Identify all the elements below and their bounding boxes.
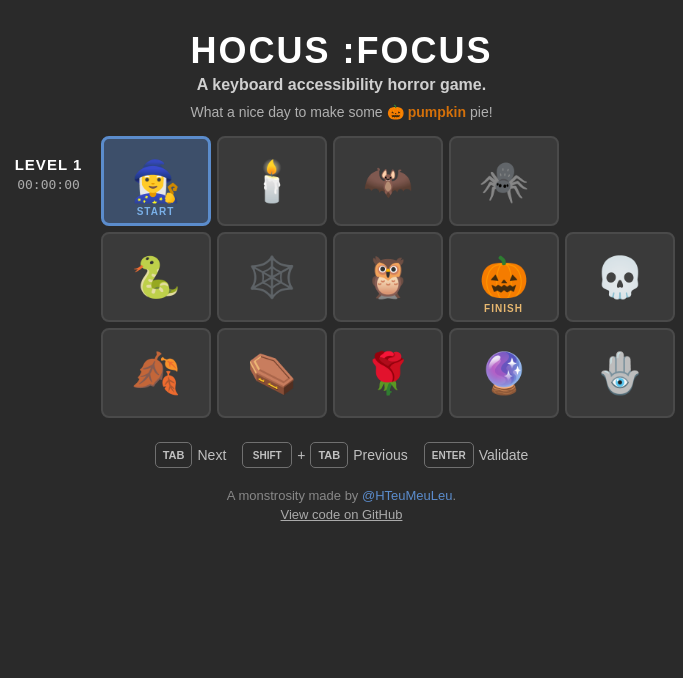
cell-0-3[interactable]: 🕷️ — [449, 136, 559, 226]
tagline-after: pie! — [470, 104, 493, 120]
cell-emoji: 🧙‍♀️ — [131, 158, 181, 205]
hint-next: TAB Next — [155, 442, 227, 468]
hint-previous: SHIFT + TAB Previous — [242, 442, 407, 468]
cell-2-4[interactable]: 🪬 — [565, 328, 675, 418]
cell-0-2[interactable]: 🦇 — [333, 136, 443, 226]
footer-period: . — [453, 488, 457, 503]
tagline: What a nice day to make some 🎃 pumpkin p… — [190, 104, 492, 120]
keyboard-hints: TAB Next SHIFT + TAB Previous ENTER Vali… — [155, 442, 529, 468]
tagline-before: What a nice day to make some — [190, 104, 382, 120]
grid-row-0: 🧙‍♀️ START 🕯️ 🦇 🕷️ — [101, 136, 675, 226]
cell-emoji: 🕷️ — [479, 158, 529, 205]
level-label: LEVEL 1 — [15, 156, 83, 173]
cell-emoji: 🦉 — [363, 254, 413, 301]
cell-2-1[interactable]: ⚰️ — [217, 328, 327, 418]
pumpkin-link[interactable]: pumpkin — [408, 104, 466, 120]
cell-emoji: 🦇 — [363, 158, 413, 205]
tab-key-2: TAB — [310, 442, 348, 468]
cell-0-0[interactable]: 🧙‍♀️ START — [101, 136, 211, 226]
cell-emoji: 🍂 — [131, 350, 181, 397]
footer-link-line: View code on GitHub — [227, 507, 456, 522]
cell-emoji: 🐍 — [131, 254, 181, 301]
cell-1-1[interactable]: 🕸️ — [217, 232, 327, 322]
cell-2-2[interactable]: 🌹 — [333, 328, 443, 418]
cell-emoji: 🌹 — [363, 350, 413, 397]
hint-validate-label: Validate — [479, 447, 529, 463]
app-subtitle: A keyboard accessibility horror game. — [197, 76, 486, 94]
cell-emoji: 💀 — [595, 254, 645, 301]
grid-row-1: 🐍 🕸️ 🦉 🎃 FINISH 💀 — [101, 232, 675, 322]
footer-text: A monstrosity made by — [227, 488, 362, 503]
hint-next-label: Next — [197, 447, 226, 463]
cell-finish-label: FINISH — [484, 303, 523, 314]
game-area: LEVEL 1 00:00:00 🧙‍♀️ START 🕯️ 🦇 🕷️ — [20, 136, 663, 418]
grid-row-2: 🍂 ⚰️ 🌹 🔮 🪬 — [101, 328, 675, 418]
cell-emoji: 🎃 — [479, 254, 529, 301]
game-grid: 🧙‍♀️ START 🕯️ 🦇 🕷️ 🐍 🕸 — [101, 136, 675, 418]
shift-key: SHIFT — [242, 442, 292, 468]
cell-1-3-finish[interactable]: 🎃 FINISH — [449, 232, 559, 322]
cell-emoji: 🕯️ — [247, 158, 297, 205]
cell-2-3[interactable]: 🔮 — [449, 328, 559, 418]
app-title: HOCUS :FOCUS — [191, 30, 493, 72]
cell-emoji: 🕸️ — [247, 254, 297, 301]
author-link[interactable]: @HTeuMeuLeu — [362, 488, 453, 503]
github-link[interactable]: View code on GitHub — [281, 507, 403, 522]
footer: A monstrosity made by @HTeuMeuLeu. View … — [227, 488, 456, 522]
level-timer: 00:00:00 — [17, 177, 80, 192]
cell-start-label: START — [137, 206, 175, 217]
cell-0-1[interactable]: 🕯️ — [217, 136, 327, 226]
level-info: LEVEL 1 00:00:00 — [9, 136, 89, 192]
enter-key: ENTER — [424, 442, 474, 468]
app-container: HOCUS :FOCUS A keyboard accessibility ho… — [0, 0, 683, 678]
cell-1-4[interactable]: 💀 — [565, 232, 675, 322]
plus-sign: + — [297, 447, 305, 463]
hint-validate: ENTER Validate — [424, 442, 529, 468]
cell-1-0[interactable]: 🐍 — [101, 232, 211, 322]
cell-emoji: ⚰️ — [247, 350, 297, 397]
pumpkin-emoji: 🎃 — [387, 104, 404, 120]
cell-2-0[interactable]: 🍂 — [101, 328, 211, 418]
hint-previous-label: Previous — [353, 447, 407, 463]
cell-emoji: 🪬 — [595, 350, 645, 397]
tab-key: TAB — [155, 442, 193, 468]
cell-1-2[interactable]: 🦉 — [333, 232, 443, 322]
cell-emoji: 🔮 — [479, 350, 529, 397]
